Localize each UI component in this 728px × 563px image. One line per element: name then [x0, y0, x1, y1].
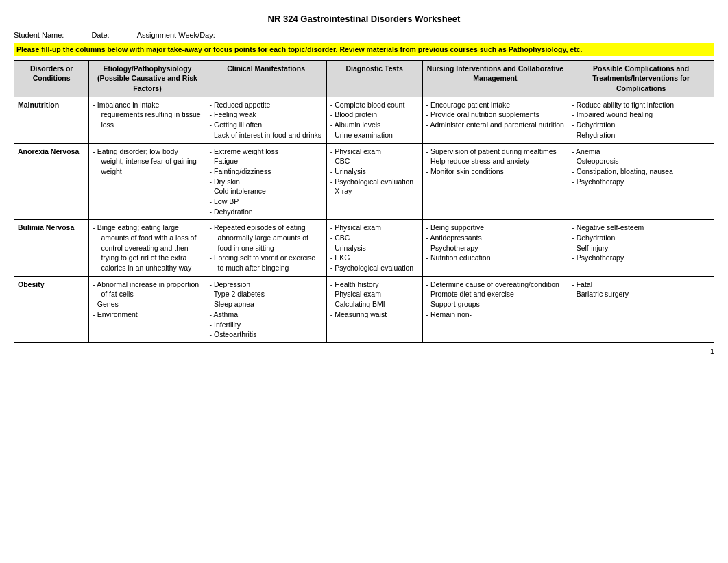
list-item: Measuring waist [330, 310, 419, 320]
list-item: Dehydration [572, 233, 710, 243]
list-item: Health history [330, 279, 419, 290]
highlight-banner: Please fill-up the columns below with ma… [14, 43, 714, 56]
col-header-etiology: Etiology/Pathophysiology (Possible Causa… [89, 60, 206, 97]
clinical-cell: DepressionType 2 diabetesSleep apneaAsth… [206, 276, 326, 342]
list-item: Infertility [210, 320, 323, 330]
condition-cell: Anorexia Nervosa [14, 143, 89, 220]
list-item: Imbalance in intake requirements resulti… [93, 100, 202, 130]
list-item: Psychotherapy [572, 253, 710, 263]
list-item: Impaired wound healing [572, 110, 710, 120]
list-item: Forcing self to vomit or exercise to muc… [210, 253, 323, 273]
list-item: Promote diet and exercise [426, 289, 565, 299]
list-item: Encourage patient intake [426, 100, 565, 110]
list-item: Calculating BMI [330, 299, 419, 310]
list-item: Antidepressants [426, 233, 565, 243]
list-item: Rehydration [572, 130, 710, 140]
col-header-conditions: Disorders or Conditions [14, 60, 89, 97]
list-item: Extreme weight loss [210, 147, 323, 157]
worksheet-table: Disorders or Conditions Etiology/Pathoph… [14, 60, 714, 343]
diagnostic-cell: Complete blood countBlood proteinAlbumin… [326, 97, 422, 143]
list-item: Environment [93, 310, 202, 320]
list-item: Lack of interest in food and drinks [210, 130, 323, 140]
list-item: Being supportive [426, 223, 565, 233]
assignment-label: Assignment Week/Day: [137, 31, 215, 39]
list-item: Reduce ability to fight infection [572, 100, 710, 110]
list-item: Urine examination [330, 130, 419, 140]
list-item: Cold intolerance [210, 186, 323, 197]
list-item: Reduced appetite [210, 100, 323, 110]
list-item: Sleep apnea [210, 299, 323, 310]
list-item: Feeling weak [210, 110, 323, 120]
list-item: Dry skin [210, 177, 323, 187]
list-item: Osteoarthritis [210, 329, 323, 340]
clinical-cell: Reduced appetiteFeeling weakGetting ill … [206, 97, 326, 143]
condition-cell: Bulimia Nervosa [14, 220, 89, 276]
list-item: Psychotherapy [426, 243, 565, 253]
list-item: Remain non- [426, 310, 565, 320]
complications-cell: Reduce ability to fight infectionImpaire… [568, 97, 714, 143]
diagnostic-cell: Health historyPhysical examCalculating B… [326, 276, 422, 342]
list-item: Psychological evaluation [330, 177, 419, 187]
list-item: CBC [330, 156, 419, 166]
list-item: Depression [210, 279, 323, 290]
list-item: X-ray [330, 186, 419, 197]
nursing-cell: Determine cause of overeating/conditionP… [422, 276, 568, 342]
list-item: Supervision of patient during mealtimes [426, 147, 565, 157]
nursing-cell: Supervision of patient during mealtimesH… [422, 143, 568, 220]
list-item: Monitor skin conditions [426, 166, 565, 177]
list-item: Dehydration [210, 207, 323, 217]
etiology-cell: Abnormal increase in proportion of fat c… [89, 276, 206, 342]
col-header-clinical: Clinical Manifestations [206, 60, 326, 97]
nursing-cell: Being supportiveAntidepressantsPsychothe… [422, 220, 568, 276]
list-item: Physical exam [330, 289, 419, 299]
list-item: Negative self-esteem [572, 223, 710, 233]
page-number: 1 [14, 347, 714, 355]
condition-cell: Malnutrition [14, 97, 89, 143]
col-header-complications: Possible Complications and Treatments/In… [568, 60, 714, 97]
etiology-cell: Eating disorder; low body weight, intens… [89, 143, 206, 220]
list-item: Support groups [426, 299, 565, 310]
list-item: Physical exam [330, 223, 419, 233]
list-item: Provide oral nutrition supplements [426, 110, 565, 120]
list-item: Bariatric surgery [572, 289, 710, 299]
list-item: Nutrition education [426, 253, 565, 263]
list-item: Psychotherapy [572, 177, 710, 187]
nursing-cell: Encourage patient intakeProvide oral nut… [422, 97, 568, 143]
list-item: Anemia [572, 147, 710, 157]
list-item: Getting ill often [210, 120, 323, 130]
list-item: Fatal [572, 279, 710, 290]
diagnostic-cell: Physical examCBCUrinalysisPsychological … [326, 143, 422, 220]
list-item: Self-injury [572, 243, 710, 253]
complications-cell: AnemiaOsteoporosisConstipation, bloating… [568, 143, 714, 220]
list-item: Help reduce stress and anxiety [426, 156, 565, 166]
list-item: Albumin levels [330, 120, 419, 130]
col-header-nursing: Nursing Interventions and Collaborative … [422, 60, 568, 97]
list-item: Osteoporosis [572, 156, 710, 166]
list-item: Asthma [210, 310, 323, 320]
list-item: Eating disorder; low body weight, intens… [93, 147, 202, 177]
list-item: Fatigue [210, 156, 323, 166]
list-item: Genes [93, 299, 202, 310]
condition-cell: Obesity [14, 276, 89, 342]
etiology-cell: Binge eating; eating large amounts of fo… [89, 220, 206, 276]
list-item: Psychological evaluation [330, 263, 419, 273]
list-item: Complete blood count [330, 100, 419, 110]
list-item: Abnormal increase in proportion of fat c… [93, 279, 202, 299]
list-item: Repeated episodes of eating abnormally l… [210, 223, 323, 253]
list-item: EKG [330, 253, 419, 263]
clinical-cell: Repeated episodes of eating abnormally l… [206, 220, 326, 276]
list-item: CBC [330, 233, 419, 243]
clinical-cell: Extreme weight lossFatigueFainting/dizzi… [206, 143, 326, 220]
list-item: Administer enteral and parenteral nutrit… [426, 120, 565, 130]
complications-cell: FatalBariatric surgery [568, 276, 714, 342]
diagnostic-cell: Physical examCBCUrinalysisEKGPsychologic… [326, 220, 422, 276]
list-item: Urinalysis [330, 166, 419, 177]
list-item: Fainting/dizziness [210, 166, 323, 177]
list-item: Binge eating; eating large amounts of fo… [93, 223, 202, 273]
list-item: Low BP [210, 197, 323, 207]
list-item: Type 2 diabetes [210, 289, 323, 299]
list-item: Dehydration [572, 120, 710, 130]
complications-cell: Negative self-esteemDehydrationSelf-inju… [568, 220, 714, 276]
date-label: Date: [91, 31, 109, 39]
list-item: Determine cause of overeating/condition [426, 279, 565, 290]
